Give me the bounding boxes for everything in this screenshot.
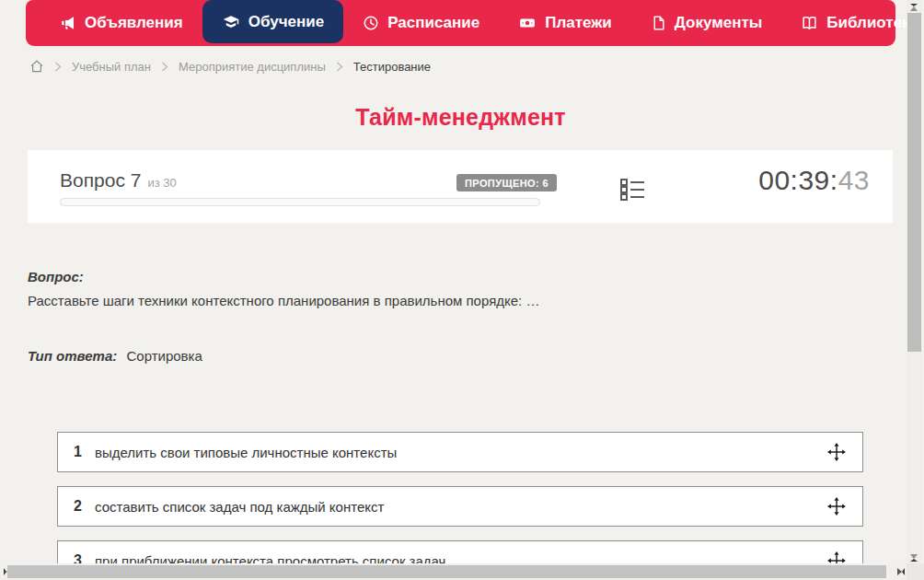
tab-library[interactable]: Библиотека: [781, 0, 924, 46]
question-list-button[interactable]: [618, 175, 647, 204]
breadcrumb-item-testing: Тестирование: [353, 60, 431, 74]
graduation-cap-icon: [222, 14, 240, 30]
tab-documents[interactable]: Документы: [631, 0, 782, 46]
answer-type-row: Тип ответа: Сортировка: [28, 348, 202, 364]
sort-item-text: выделить свои типовые личностные контекс…: [95, 445, 397, 460]
top-navigation-bar: Объявления Обучение Расписание Платежи Д…: [26, 0, 895, 46]
document-icon: [651, 15, 666, 31]
question-progress-bar: [60, 198, 540, 206]
tab-label: Документы: [675, 14, 763, 32]
breadcrumb-item-discipline-event[interactable]: Мероприятие дисциплины: [179, 60, 326, 74]
drag-handle-icon[interactable]: [826, 496, 847, 516]
scroll-right-arrow[interactable]: [897, 568, 905, 575]
clock-icon: [363, 15, 379, 31]
drag-handle-icon[interactable]: [826, 442, 847, 462]
tab-label: Библиотека: [826, 14, 918, 32]
skipped-badge: ПРОПУЩЕНО: 6: [456, 174, 557, 191]
chevron-right-icon: [336, 62, 343, 72]
chevron-right-icon: [161, 62, 168, 72]
horizontal-scrollbar-thumb[interactable]: [7, 565, 886, 578]
open-book-icon: [801, 15, 818, 31]
question-total: из 30: [147, 176, 176, 190]
tab-label: Обучение: [248, 13, 324, 31]
tab-payments[interactable]: Платежи: [499, 0, 631, 46]
scroll-up-arrow[interactable]: [910, 4, 918, 11]
tab-learning[interactable]: Обучение: [202, 0, 343, 43]
tab-announcements[interactable]: Объявления: [40, 0, 202, 46]
countdown-timer: 00:39:43: [758, 165, 870, 196]
cash-icon: [518, 15, 537, 31]
timer-seconds: 43: [838, 165, 870, 195]
sort-item-1[interactable]: 1 выделить свои типовые личностные конте…: [57, 432, 863, 472]
sort-item-number: 2: [74, 498, 85, 515]
page-title: Тайм-менеджмент: [26, 104, 895, 131]
chevron-right-icon: [54, 62, 62, 72]
breadcrumb-item-curriculum[interactable]: Учебный план: [72, 60, 151, 74]
timer-hh-mm: 00:39:: [758, 165, 837, 195]
breadcrumb: Учебный план Мероприятие дисциплины Тест…: [29, 58, 431, 75]
question-number: Вопрос 7: [60, 169, 141, 191]
megaphone-icon: [60, 15, 76, 31]
scroll-down-arrow[interactable]: [910, 554, 918, 562]
tab-label: Объявления: [85, 14, 183, 32]
answer-type-label: Тип ответа:: [28, 348, 117, 364]
horizontal-scrollbar[interactable]: [0, 563, 907, 580]
scrollbar-corner: [907, 563, 924, 580]
vertical-scrollbar-thumb[interactable]: [907, 13, 921, 352]
answer-type-value: Сортировка: [126, 348, 202, 364]
sort-item-number: 1: [74, 444, 85, 460]
question-header-card: Вопрос 7 из 30 ПРОПУЩЕНО: 6 00:39:43: [28, 150, 893, 223]
home-icon[interactable]: [29, 59, 44, 74]
tab-schedule[interactable]: Расписание: [343, 0, 499, 46]
question-prompt-text: Расставьте шаги техники контекстного пла…: [28, 293, 539, 308]
question-number-row: Вопрос 7 из 30: [60, 169, 177, 191]
vertical-scrollbar[interactable]: [907, 0, 922, 563]
tab-label: Расписание: [387, 14, 479, 32]
sort-item-2[interactable]: 2 составить список задач под каждый конт…: [57, 486, 863, 527]
sort-item-text: составить список задач под каждый контек…: [95, 499, 384, 515]
question-prompt-label: Вопрос:: [28, 269, 84, 284]
tab-label: Платежи: [545, 14, 612, 32]
